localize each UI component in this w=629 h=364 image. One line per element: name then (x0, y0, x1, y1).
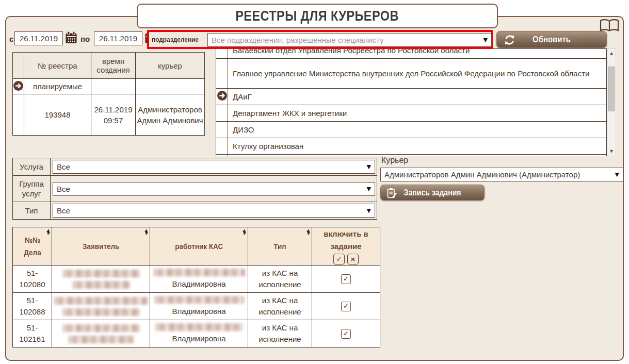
case-applicant-redacted (52, 293, 150, 320)
registries-table: № реестра время создания курьер планируе… (12, 52, 205, 136)
date-from-input[interactable]: 26.11.2019 (14, 31, 63, 45)
cases-header-include: включить в задание ✓ × (312, 227, 380, 266)
registry-created: 26.11.2019 09:57 (91, 94, 136, 136)
registry-courier: Администраторов Админ Админович (136, 94, 205, 136)
include-checkbox[interactable]: ✓ (341, 329, 351, 339)
date-to-input[interactable]: 26.11.2019 (94, 31, 142, 45)
case-type: из КАС на исполнение (248, 293, 312, 320)
filter-group-select[interactable]: Все ▼ (53, 182, 375, 196)
departments-scrollbar[interactable]: ▲ ▼ (607, 48, 616, 156)
filter-service-select[interactable]: Все ▼ (53, 160, 375, 174)
registry-number: 193948 (24, 94, 91, 136)
case-kas-worker: Владимировна (150, 266, 248, 293)
sort-icon[interactable]: ▲▼ (243, 229, 246, 235)
circle-arrow-right-icon (13, 84, 23, 92)
scroll-down-icon[interactable]: ▼ (607, 147, 616, 155)
uncheck-all-button[interactable]: × (347, 254, 359, 264)
case-number: 51-102088 (13, 293, 52, 320)
circle-arrow-right-icon (217, 91, 227, 103)
sort-icon[interactable]: ▲▼ (144, 229, 148, 235)
refresh-button[interactable]: Обновить (496, 31, 607, 48)
case-type: из КАС на исполнение (248, 320, 312, 348)
main-panel: РЕЕСТРЫ ДЛЯ КУРЬЕРОВ с 26.11.2019 (5, 16, 624, 361)
division-select[interactable]: Все подразделения, разрешенные специалис… (207, 33, 492, 47)
registry-row-planned[interactable]: планируемые (13, 79, 205, 94)
department-item[interactable]: Багаевский отдел Управления Росреестра п… (216, 48, 606, 59)
registry-planned-label: планируемые (24, 79, 91, 94)
case-type: из КАС на исполнение (248, 266, 312, 293)
registries-header-number: № реестра (24, 53, 91, 79)
cases-header-applicant[interactable]: ▲▼ Заявитель (52, 227, 150, 266)
check-all-button[interactable]: ✓ (333, 254, 345, 264)
scrollbar-thumb[interactable] (608, 67, 615, 111)
case-applicant-redacted (52, 320, 150, 348)
include-checkbox[interactable]: ✓ (341, 274, 351, 284)
case-row[interactable]: 51-102080 Владимировна из КАС на исполне… (13, 266, 380, 293)
division-selected-value: Все подразделения, разрешенные специалис… (212, 36, 384, 44)
calendar-icon-from[interactable] (65, 31, 77, 46)
filters-panel: Услуга Все ▼ Группа услуг Все ▼ (12, 158, 377, 220)
case-kas-worker: Владимировна (150, 320, 248, 348)
sort-icon[interactable]: ▲▼ (307, 229, 310, 235)
refresh-icon (504, 34, 515, 48)
include-checkbox[interactable]: ✓ (341, 302, 351, 311)
page: РЕЕСТРЫ ДЛЯ КУРЬЕРОВ с 26.11.2019 (0, 0, 629, 364)
case-include-cell: ✓ (312, 293, 380, 320)
page-title: РЕЕСТРЫ ДЛЯ КУРЬЕРОВ (137, 4, 498, 28)
courier-label: Курьер (381, 156, 408, 165)
chevron-down-icon: ▼ (367, 163, 371, 170)
department-item[interactable]: Межрайонная ИФНС России №25 по Ростовско… (216, 155, 606, 156)
registries-header-courier: курьер (136, 53, 205, 79)
department-item[interactable]: Главное управление Министерства внутренн… (216, 59, 606, 89)
task-record-button[interactable]: Запись задания (380, 185, 485, 201)
filter-type-label: Тип (13, 202, 51, 219)
registry-row[interactable]: 193948 26.11.2019 09:57 Администраторов … (13, 94, 205, 136)
filter-group-label: Группа услуг (13, 176, 51, 202)
case-number: 51-102080 (13, 266, 52, 293)
date-from-label: с (9, 35, 13, 43)
filter-service-label: Услуга (13, 158, 51, 175)
case-include-cell: ✓ (312, 266, 380, 293)
cases-header-case-no[interactable]: ▲▼ №№ Дела (13, 227, 52, 266)
book-icon[interactable] (599, 18, 620, 35)
case-include-cell: ✓ (312, 320, 380, 348)
case-number: 51-102161 (13, 320, 52, 348)
chevron-down-icon: ▼ (483, 37, 488, 43)
refresh-button-label: Обновить (533, 35, 571, 45)
courier-selected-value: Администраторов Админ Админович (Админис… (384, 170, 580, 179)
department-item[interactable]: Ктулху организован (216, 138, 606, 155)
cases-header-type[interactable]: ▲▼ Тип (248, 227, 312, 266)
case-row[interactable]: 51-102088 Владимировна из КАС на исполне… (13, 293, 380, 320)
department-item[interactable]: Департамент ЖКХ и энергетики (216, 105, 606, 122)
division-highlight: подразделение Все подразделения, разреше… (147, 30, 493, 49)
task-record-button-label: Запись задания (404, 188, 461, 197)
case-row[interactable]: 51-102161 Владимировна из КАС на исполне… (13, 320, 380, 348)
filter-group-value: Все (57, 185, 70, 193)
department-item-selected[interactable]: ДАиГ (216, 89, 606, 105)
chevron-down-icon: ▼ (367, 186, 371, 192)
filter-service-value: Все (57, 162, 70, 171)
cases-header-kas-worker[interactable]: ▲▼ работник КАС (150, 227, 248, 266)
registries-header-created: время создания (91, 53, 136, 79)
date-to-label: по (80, 35, 90, 43)
chevron-down-icon: ▼ (615, 171, 619, 178)
filter-type-value: Все (57, 206, 70, 215)
sort-icon[interactable]: ▲▼ (46, 229, 50, 235)
clipboard-pencil-icon (387, 188, 397, 201)
registries-header-empty (13, 53, 24, 79)
division-label: подразделение (152, 36, 199, 43)
departments-list: Багаевский отдел Управления Росреестра п… (216, 48, 607, 156)
page-title-text: РЕЕСТРЫ ДЛЯ КУРЬЕРОВ (236, 8, 399, 24)
courier-select[interactable]: Администраторов Админ Админович (Админис… (380, 168, 623, 181)
case-applicant-redacted (52, 266, 150, 293)
cases-table: ▲▼ №№ Дела ▲▼ Заявитель ▲▼ работник КАС … (12, 227, 380, 348)
department-item[interactable]: ДИЗО (216, 122, 606, 138)
case-kas-worker: Владимировна (150, 293, 248, 320)
chevron-down-icon: ▼ (367, 207, 371, 214)
filter-type-select[interactable]: Все ▼ (53, 204, 375, 218)
scroll-up-icon[interactable]: ▲ (607, 49, 616, 57)
